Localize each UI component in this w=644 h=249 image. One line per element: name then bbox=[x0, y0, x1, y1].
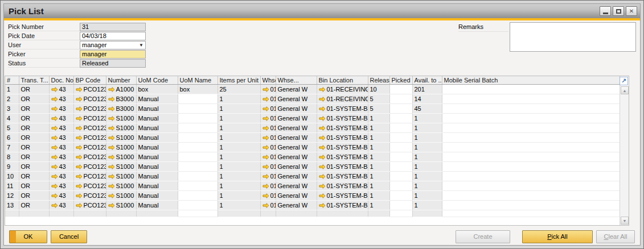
cell-14[interactable] bbox=[442, 191, 620, 201]
titlebar[interactable]: Pick List ✕ bbox=[4, 4, 640, 18]
vertical-scrollbar[interactable]: ▲ ▼ bbox=[620, 86, 629, 225]
cell-4[interactable]: S1000 bbox=[106, 114, 136, 123]
scroll-up-button[interactable]: ▲ bbox=[621, 86, 629, 94]
cell-13[interactable]: 1 bbox=[412, 114, 442, 123]
cell-9[interactable]: General W bbox=[276, 94, 317, 104]
cell-10[interactable]: 01-SYSTEM-BIN-L bbox=[317, 191, 368, 201]
cell-9[interactable]: General W bbox=[276, 123, 317, 133]
empty-cell[interactable] bbox=[276, 210, 317, 217]
row-number-cell[interactable]: 13 bbox=[5, 201, 19, 210]
cell-14[interactable] bbox=[442, 152, 620, 162]
cell-13[interactable]: 1 bbox=[412, 152, 442, 162]
cell-4[interactable]: B3000 bbox=[106, 94, 136, 104]
cell-11[interactable]: 1 bbox=[368, 191, 389, 201]
cell-5[interactable]: Manual bbox=[136, 201, 178, 210]
link-arrow-icon[interactable] bbox=[51, 116, 58, 121]
cell-9[interactable]: General W bbox=[276, 181, 317, 191]
cell-10[interactable]: 01-SYSTEM-BIN-L bbox=[317, 201, 368, 210]
empty-cell[interactable] bbox=[442, 210, 620, 217]
cell-6[interactable] bbox=[178, 152, 218, 162]
link-arrow-icon[interactable] bbox=[262, 155, 269, 160]
cell-5[interactable]: box bbox=[136, 85, 178, 94]
cell-11[interactable]: 1 bbox=[368, 143, 389, 152]
link-arrow-icon[interactable] bbox=[262, 145, 269, 150]
cell-2[interactable]: 43 bbox=[49, 123, 73, 133]
cell-10[interactable]: 01-SYSTEM-BIN-L bbox=[317, 162, 368, 172]
cell-4[interactable]: S1000 bbox=[106, 123, 136, 133]
cell-10[interactable]: 01-SYSTEM-BIN-L bbox=[317, 143, 368, 152]
cell-9[interactable]: General W bbox=[276, 114, 317, 123]
cell-14[interactable] bbox=[442, 181, 620, 191]
close-button[interactable]: ✕ bbox=[626, 6, 637, 16]
link-arrow-icon[interactable] bbox=[108, 87, 115, 92]
cell-2[interactable]: 43 bbox=[49, 181, 73, 191]
cell-3[interactable]: PCO1234 bbox=[73, 172, 106, 181]
cell-11[interactable]: 1 bbox=[368, 152, 389, 162]
cell-8[interactable]: 01 bbox=[260, 162, 276, 172]
cell-6[interactable] bbox=[178, 191, 218, 201]
cell-8[interactable]: 01 bbox=[260, 94, 276, 104]
column-header-7[interactable]: Items per Unit bbox=[218, 76, 260, 85]
cell-6[interactable] bbox=[178, 162, 218, 172]
cell-3[interactable]: PCO1234 bbox=[73, 143, 106, 152]
column-header-6[interactable]: UoM Name bbox=[178, 76, 218, 85]
cell-1[interactable]: OR bbox=[19, 172, 49, 181]
cell-13[interactable]: 201 bbox=[412, 85, 442, 94]
pick-date-field[interactable]: 04/03/18 bbox=[80, 32, 146, 40]
cell-4[interactable]: S1000 bbox=[106, 152, 136, 162]
link-arrow-icon[interactable] bbox=[76, 203, 83, 208]
cell-11[interactable]: 1 bbox=[368, 123, 389, 133]
link-arrow-icon[interactable] bbox=[76, 155, 83, 160]
row-number-cell[interactable]: 4 bbox=[5, 114, 19, 123]
cell-10[interactable]: 01-SYSTEM-BIN-L bbox=[317, 152, 368, 162]
cell-7[interactable]: 1 bbox=[218, 191, 260, 201]
cell-14[interactable] bbox=[442, 94, 620, 104]
link-arrow-icon[interactable] bbox=[108, 164, 115, 169]
row-number-cell[interactable]: 5 bbox=[5, 123, 19, 133]
cell-10[interactable]: 01-RECEIVING-BI bbox=[317, 85, 368, 94]
cell-2[interactable]: 43 bbox=[49, 114, 73, 123]
link-arrow-icon[interactable] bbox=[76, 174, 83, 179]
cell-10[interactable]: 01-SYSTEM-BIN-L bbox=[317, 114, 368, 123]
cell-7[interactable]: 1 bbox=[218, 152, 260, 162]
empty-cell[interactable] bbox=[317, 210, 368, 217]
link-arrow-icon[interactable] bbox=[319, 184, 326, 189]
cell-2[interactable]: 43 bbox=[49, 162, 73, 172]
cell-1[interactable]: OR bbox=[19, 85, 49, 94]
cell-5[interactable]: Manual bbox=[136, 162, 178, 172]
cell-13[interactable]: 1 bbox=[412, 133, 442, 143]
cell-7[interactable]: 1 bbox=[218, 162, 260, 172]
link-arrow-icon[interactable] bbox=[262, 174, 269, 179]
link-arrow-icon[interactable] bbox=[319, 145, 326, 150]
cell-13[interactable]: 1 bbox=[412, 181, 442, 191]
cell-6[interactable] bbox=[178, 123, 218, 133]
cell-9[interactable]: General W bbox=[276, 172, 317, 181]
empty-cell[interactable] bbox=[412, 210, 442, 217]
cell-10[interactable]: 01-SYSTEM-BIN-L bbox=[317, 181, 368, 191]
cell-1[interactable]: OR bbox=[19, 152, 49, 162]
cell-2[interactable]: 43 bbox=[49, 191, 73, 201]
cell-4[interactable]: S1000 bbox=[106, 191, 136, 201]
link-arrow-icon[interactable] bbox=[319, 135, 326, 140]
cell-2[interactable]: 43 bbox=[49, 152, 73, 162]
remarks-textarea[interactable] bbox=[510, 22, 636, 52]
link-arrow-icon[interactable] bbox=[108, 203, 115, 208]
cell-1[interactable]: OR bbox=[19, 114, 49, 123]
cell-5[interactable]: Manual bbox=[136, 143, 178, 152]
cell-11[interactable]: 1 bbox=[368, 201, 389, 210]
cell-5[interactable]: Manual bbox=[136, 94, 178, 104]
empty-cell[interactable] bbox=[389, 210, 412, 217]
cell-11[interactable]: 1 bbox=[368, 133, 389, 143]
empty-cell[interactable] bbox=[260, 210, 276, 217]
cell-2[interactable]: 43 bbox=[49, 201, 73, 210]
column-header-8[interactable]: Whse bbox=[260, 76, 276, 85]
cell-9[interactable]: General W bbox=[276, 152, 317, 162]
link-arrow-icon[interactable] bbox=[76, 106, 83, 111]
row-number-cell[interactable]: 10 bbox=[5, 172, 19, 181]
link-arrow-icon[interactable] bbox=[76, 116, 83, 121]
link-arrow-icon[interactable] bbox=[76, 145, 83, 150]
link-arrow-icon[interactable] bbox=[319, 174, 326, 179]
minimize-button[interactable] bbox=[600, 6, 611, 16]
cell-1[interactable]: OR bbox=[19, 143, 49, 152]
status-field[interactable]: Released bbox=[80, 59, 146, 68]
